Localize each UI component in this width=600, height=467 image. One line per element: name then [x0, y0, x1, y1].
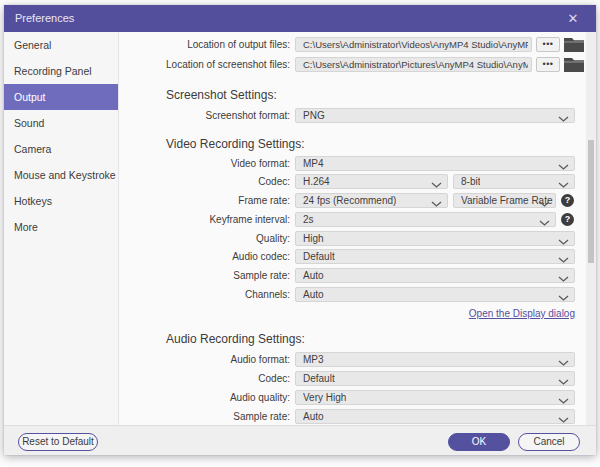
chevron-down-icon: [558, 113, 569, 119]
codec-dropdown[interactable]: H.264: [295, 174, 448, 189]
row-sample-rate: Sample rate: Auto: [119, 268, 580, 283]
keyframe-interval-dropdown[interactable]: 2s: [295, 212, 556, 227]
row-audio-codec2: Codec: Default: [119, 371, 580, 386]
open-output-folder-button[interactable]: [564, 37, 584, 52]
row-audio-format: Audio format: MP3: [119, 352, 580, 367]
field-label: Sample rate:: [233, 268, 290, 283]
sidebar-item-mouse-keystroke[interactable]: Mouse and Keystroke: [4, 162, 118, 188]
section-heading-screenshot: Screenshot Settings:: [166, 88, 466, 102]
field-label: Location of output files:: [187, 37, 290, 52]
screenshot-path-field[interactable]: C:\Users\Administrator\Pictures\AnyMP4 S…: [295, 57, 532, 72]
chevron-down-icon: [431, 198, 442, 204]
cancel-button[interactable]: Cancel: [518, 433, 580, 451]
channels-dropdown[interactable]: Auto: [295, 287, 575, 302]
field-label: Quality:: [256, 231, 290, 246]
row-display-link: Open the Display dialog: [119, 308, 575, 321]
chevron-down-icon: [558, 236, 569, 242]
field-label: Keyframe interval:: [209, 212, 290, 227]
sidebar-item-more[interactable]: More: [4, 214, 118, 240]
row-frame-rate: Frame rate: 24 fps (Recommend) Variable …: [119, 193, 580, 208]
audio-codec-dropdown[interactable]: Default: [295, 249, 575, 264]
quality-dropdown[interactable]: High: [295, 231, 575, 246]
folder-icon: [564, 60, 584, 75]
chevron-down-icon: [558, 179, 569, 185]
field-label: Audio codec:: [232, 249, 290, 264]
title-bar: Preferences ✕: [4, 5, 596, 32]
chevron-down-icon: [431, 179, 442, 185]
dialog-title: Preferences: [15, 5, 74, 32]
sidebar-item-camera[interactable]: Camera: [4, 136, 118, 162]
keyframe-help-icon[interactable]: ?: [561, 213, 574, 226]
chevron-down-icon: [558, 414, 569, 420]
output-path-field[interactable]: C:\Users\Administrator\Videos\AnyMP4 Stu…: [295, 37, 532, 52]
ok-button[interactable]: OK: [448, 433, 510, 451]
open-screenshot-folder-button[interactable]: [564, 57, 584, 72]
sidebar-item-output[interactable]: Output: [4, 84, 118, 110]
sample-rate-dropdown[interactable]: Auto: [295, 268, 575, 283]
close-button[interactable]: ✕: [558, 5, 588, 32]
row-video-format: Video format: MP4: [119, 156, 580, 171]
row-codec: Codec: H.264 8-bit: [119, 174, 580, 189]
row-audio-quality: Audio quality: Very High: [119, 390, 580, 405]
ellipsis-icon: •••: [543, 59, 554, 69]
folder-icon: [564, 40, 584, 55]
row-output-location: Location of output files: C:\Users\Admin…: [119, 37, 580, 52]
audio-codec2-dropdown[interactable]: Default: [295, 371, 575, 386]
field-label: Codec:: [258, 174, 290, 189]
frame-rate-mode-dropdown[interactable]: Variable Frame Rate: [453, 193, 556, 208]
field-label: Screenshot format:: [206, 108, 290, 123]
chevron-down-icon: [558, 395, 569, 401]
field-label: Frame rate:: [238, 193, 290, 208]
preferences-dialog: Preferences ✕ General Recording Panel Ou…: [4, 5, 596, 455]
row-channels: Channels: Auto: [119, 287, 580, 302]
field-label: Location of screenshot files:: [166, 57, 290, 72]
chevron-down-icon: [558, 357, 569, 363]
chevron-down-icon: [539, 198, 550, 204]
audio-format-dropdown[interactable]: MP3: [295, 352, 575, 367]
scrollbar-track[interactable]: [586, 32, 596, 425]
browse-screenshot-button[interactable]: •••: [536, 57, 560, 72]
close-icon: ✕: [568, 11, 579, 26]
audio-quality-dropdown[interactable]: Very High: [295, 390, 575, 405]
chevron-down-icon: [558, 292, 569, 298]
field-label: Sample rate:: [233, 409, 290, 424]
reset-default-button[interactable]: Reset to Default: [18, 433, 98, 451]
field-label: Channels:: [245, 287, 290, 302]
row-screenshot-format: Screenshot format: PNG: [119, 108, 580, 123]
sidebar-item-sound[interactable]: Sound: [4, 110, 118, 136]
frame-rate-dropdown[interactable]: 24 fps (Recommend): [295, 193, 448, 208]
frame-rate-help-icon[interactable]: ?: [561, 194, 574, 207]
bit-depth-dropdown[interactable]: 8-bit: [453, 174, 575, 189]
scrollbar-thumb[interactable]: [588, 140, 594, 263]
field-label: Audio quality:: [230, 390, 290, 405]
display-dialog-link[interactable]: Open the Display dialog: [469, 308, 575, 319]
path-value: C:\Users\Administrator\Pictures\AnyMP4 S…: [303, 58, 528, 71]
sidebar-item-recording-panel[interactable]: Recording Panel: [4, 58, 118, 84]
field-label: Audio format:: [231, 352, 290, 367]
section-heading-audio: Audio Recording Settings:: [166, 332, 466, 346]
chevron-down-icon: [558, 376, 569, 382]
row-audio-sample-rate: Sample rate: Auto: [119, 409, 580, 424]
row-audio-codec: Audio codec: Default: [119, 249, 580, 264]
row-quality: Quality: High: [119, 231, 580, 246]
screenshot-format-dropdown[interactable]: PNG: [295, 108, 575, 123]
sidebar: General Recording Panel Output Sound Cam…: [4, 32, 119, 425]
field-label: Video format:: [231, 156, 290, 171]
audio-sample-rate-dropdown[interactable]: Auto: [295, 409, 575, 424]
path-value: C:\Users\Administrator\Videos\AnyMP4 Stu…: [303, 38, 528, 51]
chevron-down-icon: [558, 161, 569, 167]
footer-bar: Reset to Default OK Cancel: [4, 425, 596, 455]
section-heading-video: Video Recording Settings:: [166, 137, 466, 151]
row-screenshot-location: Location of screenshot files: C:\Users\A…: [119, 57, 580, 72]
browse-output-button[interactable]: •••: [536, 37, 560, 52]
sidebar-item-general[interactable]: General: [4, 32, 118, 58]
video-format-dropdown[interactable]: MP4: [295, 156, 575, 171]
chevron-down-icon: [558, 273, 569, 279]
chevron-down-icon: [539, 217, 550, 223]
field-label: Codec:: [258, 371, 290, 386]
ellipsis-icon: •••: [543, 39, 554, 49]
row-keyframe-interval: Keyframe interval: 2s ?: [119, 212, 580, 227]
sidebar-item-hotkeys[interactable]: Hotkeys: [4, 188, 118, 214]
chevron-down-icon: [558, 254, 569, 260]
